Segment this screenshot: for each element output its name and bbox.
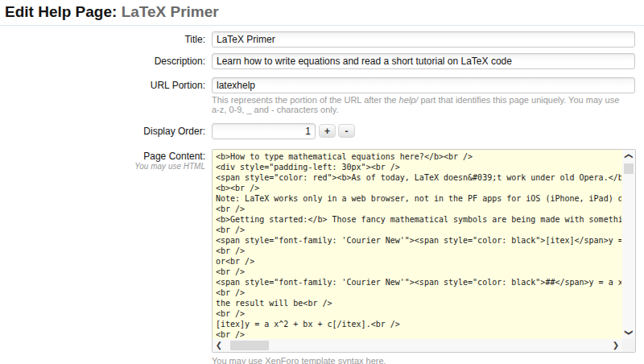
vertical-scrollbar[interactable]: ❮ ❯	[622, 150, 635, 339]
page-content-label: Page Content:	[0, 151, 205, 162]
page-content-textarea[interactable]: <b>How to type mathematical equations he…	[212, 149, 636, 353]
template-syntax-hint: You may use XenForo template syntax here…	[212, 356, 386, 364]
header-bar: Edit Help Page: LaTeX Primer	[0, 0, 644, 26]
url-portion-label: URL Portion:	[0, 80, 205, 91]
display-order-increment-button[interactable]: +	[319, 124, 336, 138]
scroll-down-icon[interactable]: ❯	[622, 326, 635, 339]
url-hint-before: This represents the portion of the URL a…	[212, 95, 399, 105]
display-order-input[interactable]	[212, 123, 316, 139]
url-portion-hint: This represents the portion of the URL a…	[212, 95, 627, 114]
title-label: Title:	[0, 34, 205, 45]
horizontal-scrollbar-thumb[interactable]	[230, 341, 269, 350]
description-label: Description:	[0, 56, 205, 67]
scrollbar-corner	[622, 339, 635, 352]
display-order-decrement-button[interactable]: -	[338, 124, 355, 138]
vertical-scrollbar-thumb[interactable]	[624, 163, 634, 174]
display-order-label: Display Order:	[0, 126, 205, 137]
page-content-code[interactable]: <b>How to type mathematical equations he…	[216, 151, 621, 338]
page-content-sublabel: You may use HTML	[0, 162, 205, 171]
scroll-up-icon[interactable]: ❮	[622, 150, 635, 163]
description-input[interactable]	[212, 53, 635, 69]
scroll-left-icon[interactable]: ❮	[213, 339, 225, 352]
page-title: Edit Help Page: LaTeX Primer	[5, 3, 219, 21]
scroll-right-icon[interactable]: ❯	[609, 339, 622, 352]
url-hint-italic: help/	[399, 95, 419, 105]
page-title-prefix: Edit Help Page:	[5, 3, 117, 20]
page-title-value: LaTeX Primer	[122, 3, 219, 20]
url-portion-input[interactable]	[212, 77, 635, 93]
title-input[interactable]	[212, 31, 635, 48]
horizontal-scrollbar[interactable]: ❮ ❯	[213, 339, 622, 352]
